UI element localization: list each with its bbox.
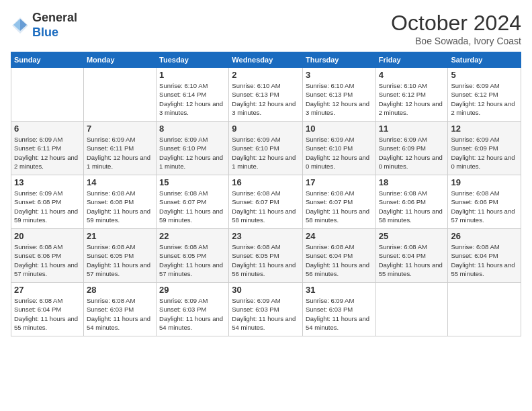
day-number: 10 [306,124,373,134]
day-info: Sunrise: 6:09 AMSunset: 6:03 PMDaylight:… [159,296,226,332]
day-number: 16 [232,177,300,187]
calendar-cell: 20Sunrise: 6:08 AMSunset: 6:06 PMDayligh… [11,229,84,283]
day-number: 28 [87,285,153,295]
day-number: 24 [306,231,373,241]
calendar-cell: 22Sunrise: 6:08 AMSunset: 6:05 PMDayligh… [157,229,229,283]
day-info: Sunrise: 6:09 AMSunset: 6:10 PMDaylight:… [232,135,300,171]
day-info: Sunrise: 6:09 AMSunset: 6:09 PMDaylight:… [451,135,518,171]
calendar-cell: 24Sunrise: 6:08 AMSunset: 6:04 PMDayligh… [302,229,375,283]
day-number: 20 [14,231,81,241]
calendar-week-4: 20Sunrise: 6:08 AMSunset: 6:06 PMDayligh… [11,229,521,283]
calendar-cell: 16Sunrise: 6:08 AMSunset: 6:07 PMDayligh… [229,175,303,229]
calendar-cell: 13Sunrise: 6:09 AMSunset: 6:08 PMDayligh… [11,175,84,229]
day-number: 14 [87,177,153,187]
day-number: 15 [159,177,226,187]
logo-icon [11,16,30,35]
day-info: Sunrise: 6:08 AMSunset: 6:07 PMDaylight:… [159,189,226,224]
calendar-cell: 26Sunrise: 6:08 AMSunset: 6:04 PMDayligh… [448,229,521,283]
day-info: Sunrise: 6:09 AMSunset: 6:09 PMDaylight:… [379,135,445,171]
day-info: Sunrise: 6:08 AMSunset: 6:04 PMDaylight:… [451,242,518,278]
calendar-cell: 6Sunrise: 6:09 AMSunset: 6:11 PMDaylight… [11,122,84,175]
day-info: Sunrise: 6:08 AMSunset: 6:06 PMDaylight:… [379,189,445,224]
day-number: 7 [87,124,153,134]
calendar-cell: 18Sunrise: 6:08 AMSunset: 6:06 PMDayligh… [375,175,448,229]
day-number: 25 [379,231,445,241]
calendar-cell [83,68,156,122]
calendar-cell: 11Sunrise: 6:09 AMSunset: 6:09 PMDayligh… [375,122,448,175]
calendar-cell: 4Sunrise: 6:10 AMSunset: 6:12 PMDaylight… [375,68,448,122]
day-number: 1 [159,70,226,80]
column-header-wednesday: Wednesday [229,52,303,68]
day-number: 4 [379,70,445,80]
calendar-week-1: 1Sunrise: 6:10 AMSunset: 6:14 PMDaylight… [11,68,521,122]
calendar-cell: 5Sunrise: 6:09 AMSunset: 6:12 PMDaylight… [448,68,521,122]
day-info: Sunrise: 6:09 AMSunset: 6:11 PMDaylight:… [87,135,153,171]
calendar-cell: 31Sunrise: 6:09 AMSunset: 6:03 PMDayligh… [302,283,375,336]
calendar-cell: 19Sunrise: 6:08 AMSunset: 6:06 PMDayligh… [448,175,521,229]
logo-text: General Blue [32,11,77,40]
calendar-cell: 3Sunrise: 6:10 AMSunset: 6:13 PMDaylight… [302,68,375,122]
day-number: 3 [306,70,373,80]
column-header-friday: Friday [375,52,448,68]
calendar-cell: 30Sunrise: 6:09 AMSunset: 6:03 PMDayligh… [229,283,303,336]
calendar-cell: 27Sunrise: 6:08 AMSunset: 6:04 PMDayligh… [11,283,84,336]
day-info: Sunrise: 6:10 AMSunset: 6:12 PMDaylight:… [379,81,445,117]
day-info: Sunrise: 6:09 AMSunset: 6:08 PMDaylight:… [14,189,81,224]
header-row: SundayMondayTuesdayWednesdayThursdayFrid… [11,52,521,68]
day-number: 13 [14,177,81,187]
day-number: 18 [379,177,445,187]
day-info: Sunrise: 6:09 AMSunset: 6:10 PMDaylight:… [159,135,226,171]
day-info: Sunrise: 6:08 AMSunset: 6:07 PMDaylight:… [232,189,300,224]
calendar-week-2: 6Sunrise: 6:09 AMSunset: 6:11 PMDaylight… [11,122,521,175]
day-info: Sunrise: 6:08 AMSunset: 6:06 PMDaylight:… [451,189,518,224]
day-number: 9 [232,124,300,134]
title-area: October 2024 Boe Sowada, Ivory Coast [391,11,521,46]
day-info: Sunrise: 6:09 AMSunset: 6:12 PMDaylight:… [451,81,518,117]
day-info: Sunrise: 6:10 AMSunset: 6:13 PMDaylight:… [306,81,373,117]
day-number: 2 [232,70,300,80]
calendar-cell: 1Sunrise: 6:10 AMSunset: 6:14 PMDaylight… [157,68,229,122]
day-number: 27 [14,285,81,295]
day-info: Sunrise: 6:08 AMSunset: 6:03 PMDaylight:… [87,296,153,332]
calendar-week-3: 13Sunrise: 6:09 AMSunset: 6:08 PMDayligh… [11,175,521,229]
day-info: Sunrise: 6:08 AMSunset: 6:05 PMDaylight:… [87,242,153,278]
day-number: 5 [451,70,518,80]
day-info: Sunrise: 6:08 AMSunset: 6:08 PMDaylight:… [87,189,153,224]
column-header-sunday: Sunday [11,52,84,68]
column-header-thursday: Thursday [302,52,375,68]
day-info: Sunrise: 6:10 AMSunset: 6:13 PMDaylight:… [232,81,300,117]
calendar-cell: 14Sunrise: 6:08 AMSunset: 6:08 PMDayligh… [83,175,156,229]
day-info: Sunrise: 6:09 AMSunset: 6:11 PMDaylight:… [14,135,81,171]
calendar-table: SundayMondayTuesdayWednesdayThursdayFrid… [11,52,521,336]
calendar-body: 1Sunrise: 6:10 AMSunset: 6:14 PMDaylight… [11,68,521,336]
column-header-tuesday: Tuesday [157,52,229,68]
day-info: Sunrise: 6:09 AMSunset: 6:03 PMDaylight:… [232,296,300,332]
column-header-monday: Monday [83,52,156,68]
calendar-cell: 10Sunrise: 6:09 AMSunset: 6:10 PMDayligh… [302,122,375,175]
column-header-saturday: Saturday [448,52,521,68]
calendar-cell [448,283,521,336]
day-info: Sunrise: 6:08 AMSunset: 6:05 PMDaylight:… [159,242,226,278]
day-info: Sunrise: 6:10 AMSunset: 6:14 PMDaylight:… [159,81,226,117]
day-number: 31 [306,285,373,295]
calendar-cell: 29Sunrise: 6:09 AMSunset: 6:03 PMDayligh… [157,283,229,336]
calendar-cell: 8Sunrise: 6:09 AMSunset: 6:10 PMDaylight… [157,122,229,175]
calendar-cell: 7Sunrise: 6:09 AMSunset: 6:11 PMDaylight… [83,122,156,175]
day-info: Sunrise: 6:08 AMSunset: 6:04 PMDaylight:… [14,296,81,332]
logo: General Blue [11,11,77,40]
calendar-cell: 28Sunrise: 6:08 AMSunset: 6:03 PMDayligh… [83,283,156,336]
day-number: 26 [451,231,518,241]
calendar-cell [11,68,84,122]
calendar-cell: 17Sunrise: 6:08 AMSunset: 6:07 PMDayligh… [302,175,375,229]
calendar-cell: 12Sunrise: 6:09 AMSunset: 6:09 PMDayligh… [448,122,521,175]
day-number: 30 [232,285,300,295]
day-info: Sunrise: 6:08 AMSunset: 6:04 PMDaylight:… [379,242,445,278]
day-number: 23 [232,231,300,241]
page-header: General Blue October 2024 Boe Sowada, Iv… [11,11,521,46]
calendar-cell [375,283,448,336]
calendar-cell: 15Sunrise: 6:08 AMSunset: 6:07 PMDayligh… [157,175,229,229]
day-number: 19 [451,177,518,187]
day-info: Sunrise: 6:08 AMSunset: 6:07 PMDaylight:… [306,189,373,224]
day-info: Sunrise: 6:08 AMSunset: 6:04 PMDaylight:… [306,242,373,278]
location: Boe Sowada, Ivory Coast [391,36,521,46]
